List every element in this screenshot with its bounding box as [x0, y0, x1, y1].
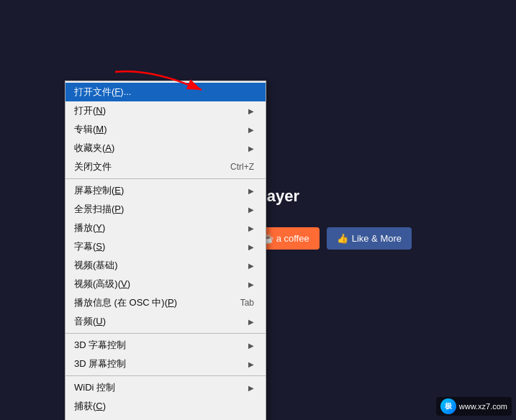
menu-item-shortcut-close-file: Ctrl+Z [230, 162, 254, 172]
menu-item-close-file[interactable]: 关闭文件Ctrl+Z [65, 158, 266, 176]
menu-separator [65, 333, 266, 334]
pointer-arrow [108, 65, 223, 101]
menu-item-label-playback-info: 播放信息 (在 OSC 中)(P) [74, 296, 219, 309]
submenu-arrow-icon: ▶ [248, 145, 254, 152]
watermark-logo-text: 极 [445, 401, 452, 411]
submenu-arrow-icon: ▶ [248, 280, 254, 288]
menu-item-playback-info[interactable]: 播放信息 (在 OSC 中)(P)Tab [65, 293, 266, 312]
submenu-arrow-icon: ▶ [248, 262, 254, 270]
menu-separator [65, 178, 266, 179]
menu-item-bookmark[interactable]: 书签/章节(B) [65, 416, 266, 420]
menu-item-label-open: 打开(N) [74, 104, 243, 117]
submenu-arrow-icon: ▶ [248, 360, 254, 368]
submenu-arrow-icon: ▶ [248, 243, 254, 251]
watermark-logo: 极 [440, 398, 456, 414]
menu-item-label-favorites: 收藏夹(A) [74, 142, 243, 155]
menu-item-subtitles[interactable]: 字幕(S)▶ [65, 237, 266, 256]
watermark-site: www.xz7.com [459, 402, 507, 411]
menu-item-label-capture: 捕获(C) [74, 400, 254, 413]
menu-item-capture[interactable]: 捕获(C) [65, 397, 266, 416]
menu-item-shortcut-playback-info: Tab [240, 298, 254, 308]
menu-item-label-video-basic: 视频(基础) [74, 259, 243, 272]
menu-item-panoramic[interactable]: 全景扫描(P)▶ [65, 200, 266, 219]
menu-item-playback[interactable]: 播放(Y)▶ [65, 219, 266, 237]
buy-coffee-label: a coffee [276, 233, 309, 244]
menu-item-widi[interactable]: WiDi 控制▶ [65, 378, 266, 397]
submenu-arrow-icon: ▶ [248, 318, 254, 326]
submenu-arrow-icon: ▶ [248, 187, 254, 195]
like-more-label: Like & More [352, 233, 402, 244]
submenu-arrow-icon: ▶ [248, 224, 254, 232]
menu-item-3d-subtitles[interactable]: 3D 字幕控制▶ [65, 336, 266, 355]
menu-item-label-3d-screen: 3D 屏幕控制 [74, 357, 243, 370]
submenu-arrow-icon: ▶ [248, 206, 254, 214]
menu-item-label-3d-subtitles: 3D 字幕控制 [74, 339, 243, 352]
menu-item-label-screen-ctrl: 屏幕控制(E) [74, 184, 243, 197]
menu-separator [65, 375, 266, 376]
action-buttons: ☕ a coffee 👍 Like & More [252, 227, 412, 250]
menu-item-label-panoramic: 全景扫描(P) [74, 203, 243, 216]
menu-item-album[interactable]: 专辑(M)▶ [65, 120, 266, 139]
menu-item-video-basic[interactable]: 视频(基础)▶ [65, 256, 266, 275]
watermark: 极 www.xz7.com [436, 397, 512, 416]
menu-item-label-playback: 播放(Y) [74, 222, 243, 234]
menu-item-open[interactable]: 打开(N)▶ [65, 101, 266, 120]
submenu-arrow-icon: ▶ [248, 107, 254, 115]
menu-item-label-subtitles: 字幕(S) [74, 240, 243, 253]
submenu-arrow-icon: ▶ [248, 384, 254, 392]
menu-item-video-advanced[interactable]: 视频(高级)(V)▶ [65, 275, 266, 293]
right-panel: Player ☕ a coffee 👍 Like & More [252, 187, 412, 250]
submenu-arrow-icon: ▶ [248, 342, 254, 350]
like-more-button[interactable]: 👍 Like & More [327, 227, 412, 250]
menu-item-label-album: 专辑(M) [74, 123, 243, 136]
player-title: Player [252, 187, 412, 206]
menu-item-label-close-file: 关闭文件 [74, 160, 209, 173]
menu-item-audio[interactable]: 音频(U)▶ [65, 312, 266, 331]
menu-item-label-video-advanced: 视频(高级)(V) [74, 278, 243, 291]
submenu-arrow-icon: ▶ [248, 126, 254, 134]
context-menu: 打开文件(F)...打开(N)▶专辑(M)▶收藏夹(A)▶关闭文件Ctrl+Z屏… [65, 81, 266, 420]
menu-item-label-widi: WiDi 控制 [74, 381, 243, 394]
menu-item-label-audio: 音频(U) [74, 315, 243, 328]
menu-item-3d-screen[interactable]: 3D 屏幕控制▶ [65, 355, 266, 373]
menu-item-screen-ctrl[interactable]: 屏幕控制(E)▶ [65, 181, 266, 200]
menu-item-favorites[interactable]: 收藏夹(A)▶ [65, 139, 266, 158]
